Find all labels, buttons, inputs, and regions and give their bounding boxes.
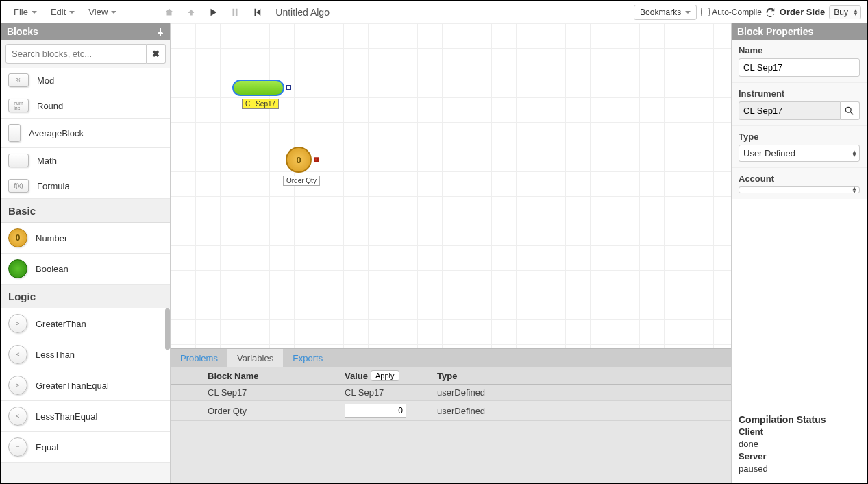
gte-icon: ≥ (8, 376, 27, 395)
instrument-search-button[interactable] (841, 101, 860, 120)
section-basic: Basic (1, 199, 170, 223)
block-item[interactable]: numincRound (1, 93, 170, 119)
bottom-tabs: Problems Variables Exports (171, 349, 731, 367)
block-item[interactable]: <LessThan (1, 339, 170, 370)
main-toolbar: File Edit View Untitled Algo Bookmarks A… (1, 1, 867, 23)
instrument-node[interactable]: CL Sep17 (232, 80, 284, 109)
svg-line-1 (851, 112, 854, 114)
boolean-icon (8, 259, 27, 278)
caret-down-icon (685, 11, 691, 14)
order-qty-label: Order Qty (283, 176, 320, 186)
refresh-icon[interactable] (766, 8, 776, 17)
auto-compile-checkbox[interactable]: Auto-Compile (701, 8, 762, 17)
output-port[interactable] (314, 158, 319, 162)
block-item[interactable]: =Equal (1, 432, 170, 463)
gt-icon: > (8, 314, 27, 333)
apply-button[interactable]: Apply (371, 370, 399, 381)
up-icon[interactable] (186, 8, 196, 17)
math-icon (8, 154, 29, 167)
toolbar-controls (164, 8, 262, 17)
account-label: Account (739, 173, 860, 184)
blocks-list[interactable]: %Mod numincRound AverageBlock Math f(x)F… (1, 68, 170, 483)
block-item[interactable]: >GreaterThan (1, 308, 170, 339)
bookmarks-button[interactable]: Bookmarks (634, 5, 697, 20)
table-row[interactable]: Order Qty userDefined (171, 401, 731, 421)
name-input[interactable] (739, 58, 860, 77)
scrollbar-thumb[interactable] (165, 308, 170, 350)
tab-problems[interactable]: Problems (171, 349, 227, 367)
play-icon[interactable] (208, 8, 218, 17)
order-side-label: Order Side (780, 7, 825, 17)
blocks-panel-header: Blocks (1, 23, 170, 40)
instrument-input[interactable] (739, 101, 841, 120)
svg-point-0 (846, 107, 852, 112)
bottom-panel: Problems Variables Exports Block Name Va… (171, 348, 731, 483)
account-select[interactable]: ▲▼ (739, 186, 860, 193)
clear-icon[interactable]: ✖ (147, 44, 166, 64)
name-label: Name (739, 45, 860, 56)
caret-down-icon (111, 11, 116, 14)
edit-menu[interactable]: Edit (44, 4, 82, 20)
tab-variables[interactable]: Variables (227, 349, 283, 367)
block-item[interactable]: ≤LessThanEqual (1, 401, 170, 432)
output-port[interactable] (286, 85, 291, 90)
tab-exports[interactable]: Exports (283, 349, 332, 367)
type-label: Type (739, 132, 860, 142)
blocks-sidebar: Blocks ✖ %Mod numincRound AverageBlock M… (1, 23, 171, 483)
variables-table: Block Name ValueApply Type CL Sep17 CL S… (171, 367, 731, 483)
algo-title: Untitled Algo (275, 7, 330, 18)
file-menu[interactable]: File (7, 4, 44, 20)
mod-icon: % (8, 73, 29, 87)
block-item[interactable]: Math (1, 148, 170, 173)
number-circle[interactable]: 0 (286, 147, 312, 173)
lt-icon: < (8, 345, 27, 364)
block-item[interactable]: ≥GreaterThanEqual (1, 370, 170, 401)
caret-down-icon (32, 11, 37, 14)
type-select[interactable]: User Defined▲▼ (739, 145, 860, 162)
caret-down-icon (69, 11, 75, 14)
pin-icon[interactable] (156, 27, 164, 36)
lte-icon: ≤ (8, 407, 27, 426)
canvas[interactable]: CL Sep17 0 Order Qty (171, 23, 731, 348)
instrument-node-label: CL Sep17 (242, 99, 279, 109)
round-icon: numinc (8, 99, 29, 112)
instrument-pill[interactable] (232, 80, 284, 96)
properties-header: Block Properties (732, 23, 867, 40)
instrument-label: Instrument (739, 88, 860, 99)
home-icon[interactable] (164, 8, 174, 17)
block-item[interactable]: %Mod (1, 68, 170, 93)
formula-icon: f(x) (8, 179, 29, 193)
block-item[interactable]: Boolean (1, 254, 170, 285)
table-header: Block Name ValueApply Type (171, 367, 731, 385)
average-icon (8, 124, 21, 142)
properties-sidebar: Block Properties Name Instrument Type Us… (731, 23, 867, 483)
compilation-status: Compilation Status Client done Server pa… (732, 407, 867, 483)
block-item[interactable]: AverageBlock (1, 119, 170, 148)
view-menu[interactable]: View (82, 4, 123, 20)
eq-icon: = (8, 437, 27, 457)
table-row[interactable]: CL Sep17 CL Sep17 userDefined (171, 385, 731, 401)
order-qty-node[interactable]: 0 Order Qty (286, 147, 320, 186)
order-side-select[interactable]: Buy▲▼ (829, 5, 861, 19)
pause-icon[interactable] (230, 8, 240, 17)
block-item[interactable]: f(x)Formula (1, 173, 170, 199)
skip-start-icon[interactable] (252, 8, 262, 17)
value-input[interactable] (345, 404, 406, 418)
block-item[interactable]: 0Number (1, 223, 170, 254)
section-logic: Logic (1, 285, 170, 308)
blocks-search-input[interactable] (5, 44, 147, 64)
number-icon: 0 (8, 228, 27, 247)
